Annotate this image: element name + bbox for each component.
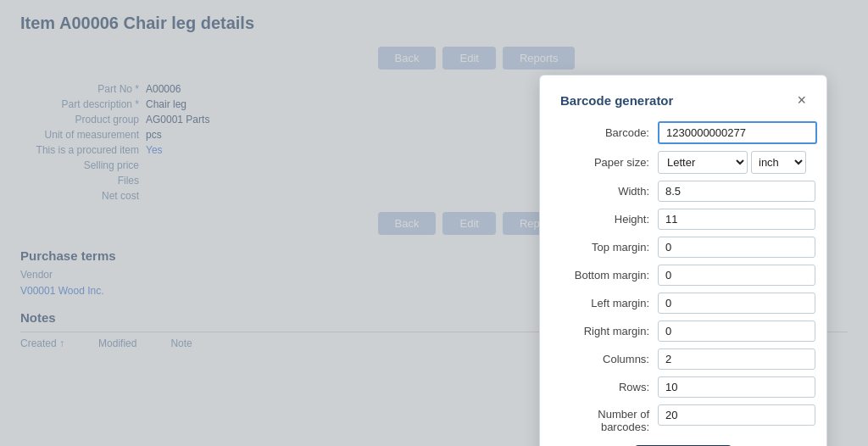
num-barcodes-row: Number of barcodes: bbox=[560, 404, 806, 433]
top-margin-row: Top margin: bbox=[560, 237, 806, 258]
num-barcodes-label: Number of barcodes: bbox=[560, 404, 658, 433]
width-row: Width: bbox=[560, 181, 806, 202]
bottom-margin-row: Bottom margin: bbox=[560, 265, 806, 286]
right-margin-row: Right margin: bbox=[560, 321, 806, 342]
columns-input[interactable] bbox=[658, 348, 815, 370]
barcode-label: Barcode: bbox=[560, 126, 658, 139]
modal-header: Barcode generator × bbox=[560, 92, 806, 108]
paper-size-select[interactable]: Letter A4 Custom bbox=[658, 151, 748, 174]
height-row: Height: bbox=[560, 209, 806, 230]
rows-label: Rows: bbox=[560, 381, 658, 393]
bottom-margin-input[interactable] bbox=[658, 265, 815, 286]
modal-title: Barcode generator bbox=[560, 93, 673, 108]
top-margin-input[interactable] bbox=[658, 237, 815, 258]
width-label: Width: bbox=[560, 185, 658, 198]
top-margin-label: Top margin: bbox=[560, 241, 658, 254]
paper-size-inputs: Letter A4 Custom inch cm bbox=[658, 151, 806, 174]
barcode-row: Barcode: bbox=[560, 121, 806, 144]
left-margin-label: Left margin: bbox=[560, 297, 658, 309]
rows-row: Rows: bbox=[560, 376, 806, 398]
paper-size-row: Paper size: Letter A4 Custom inch cm bbox=[560, 151, 806, 174]
rows-input[interactable] bbox=[658, 376, 815, 398]
paper-size-label: Paper size: bbox=[560, 156, 658, 169]
unit-select[interactable]: inch cm bbox=[751, 151, 806, 174]
left-margin-row: Left margin: bbox=[560, 293, 806, 314]
height-label: Height: bbox=[560, 213, 658, 226]
height-input[interactable] bbox=[658, 209, 815, 230]
modal-close-button[interactable]: × bbox=[797, 92, 806, 108]
columns-label: Columns: bbox=[560, 353, 658, 365]
columns-row: Columns: bbox=[560, 348, 806, 370]
left-margin-input[interactable] bbox=[658, 293, 815, 314]
width-input[interactable] bbox=[658, 181, 815, 202]
barcode-generator-modal: Barcode generator × Barcode: Paper size:… bbox=[539, 75, 827, 446]
bottom-margin-label: Bottom margin: bbox=[560, 269, 658, 282]
num-barcodes-input[interactable] bbox=[658, 404, 815, 426]
right-margin-input[interactable] bbox=[658, 321, 815, 342]
right-margin-label: Right margin: bbox=[560, 325, 658, 337]
barcode-input[interactable] bbox=[658, 121, 817, 144]
